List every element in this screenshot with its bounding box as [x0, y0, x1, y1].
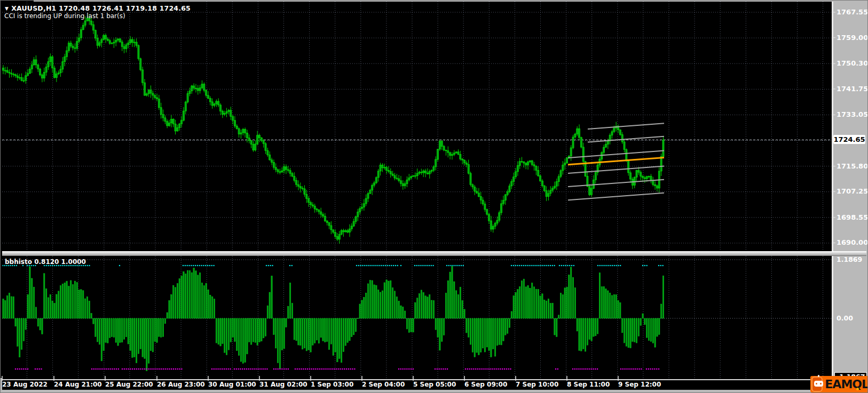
indicator-zero-label: 0.00 [837, 314, 853, 322]
price-axis-label: 1767.55 [837, 8, 868, 16]
eamql-watermark: EAMQL [810, 376, 868, 392]
robot-icon [811, 376, 823, 392]
price-axis-label: 1759.00 [837, 34, 868, 42]
time-axis-label: 30 Aug 01:00 [208, 381, 256, 388]
indicator-pane[interactable] [2, 256, 832, 379]
time-axis-label: 9 Sep 12:00 [618, 381, 661, 388]
price-axis-label: 1750.30 [837, 59, 868, 67]
symbol-ohlc-text: XAUUSD,H1 1720.48 1726.41 1719.18 1724.6… [11, 4, 191, 12]
price-axis-label: 1707.25 [837, 187, 868, 195]
chart-window: ▼XAUUSD,H1 1720.48 1726.41 1719.18 1724.… [0, 0, 868, 393]
time-axis-label: 23 Aug 2022 [2, 381, 48, 388]
price-axis-label: 1741.75 [837, 85, 868, 93]
pane-separator-handle[interactable] [2, 251, 866, 256]
indicator-title: bbhisto 0.8120 1.0000 [5, 258, 86, 266]
main-chart-pane[interactable] [2, 2, 832, 251]
symbol-dropdown-icon[interactable]: ▼ [5, 6, 9, 11]
price-axis-label: 1715.80 [837, 162, 868, 170]
price-axis-label: 1698.55 [837, 213, 868, 221]
time-axis-label: 24 Aug 21:00 [54, 381, 102, 388]
time-axis-label: 2 Sep 04:00 [362, 381, 405, 388]
time-axis-label: 6 Sep 09:00 [464, 381, 507, 388]
time-axis-label: 25 Aug 22:00 [105, 381, 153, 388]
time-axis-label: 7 Sep 10:00 [516, 381, 558, 388]
time-axis-label: 26 Aug 23:00 [157, 381, 205, 388]
indicator-max-label: 1.1869 [837, 255, 862, 263]
logo-q-dot [856, 388, 859, 390]
cci-alert-text: CCI is trending UP during last 1 bar(s) [4, 12, 125, 20]
current-price-label: 1724.65 [833, 135, 865, 144]
time-axis-label: 1 Sep 03:00 [311, 381, 353, 388]
price-axis-label: 1690.00 [837, 238, 868, 246]
price-axis-separator [832, 2, 833, 379]
logo-text: EAMQL [825, 378, 868, 391]
price-axis-label: 1733.05 [837, 110, 868, 118]
time-axis-label: 5 Sep 05:00 [413, 381, 456, 388]
time-axis-label: 31 Aug 02:00 [259, 381, 307, 388]
time-axis-label: 8 Sep 11:00 [567, 381, 610, 388]
symbol-title: ▼XAUUSD,H1 1720.48 1726.41 1719.18 1724.… [5, 4, 191, 12]
